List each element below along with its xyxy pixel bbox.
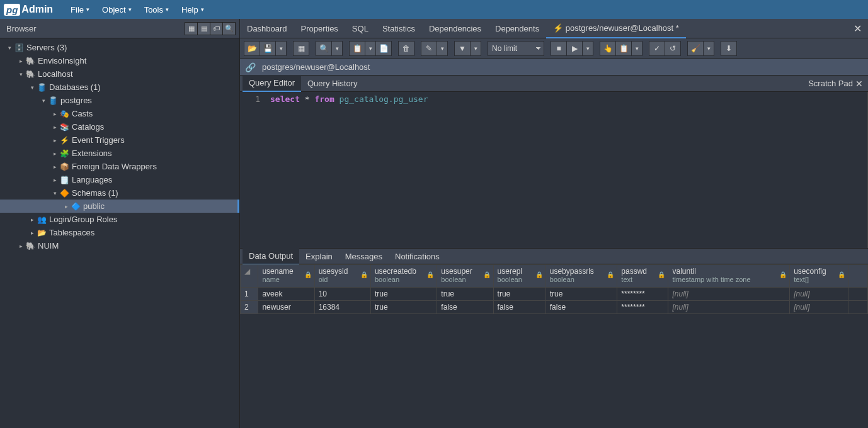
table-row[interactable]: 1aveek10truetruetruetrue********[null][n… xyxy=(241,288,868,301)
close-tab-icon[interactable]: ✕ xyxy=(847,23,868,35)
tree-toggle-icon[interactable]: ▸ xyxy=(50,177,59,183)
menu-object[interactable]: Object ▾ xyxy=(96,1,138,18)
tree-toggle-icon[interactable]: ▾ xyxy=(16,71,25,77)
rollback-icon[interactable]: ↺ xyxy=(665,41,681,56)
cell[interactable]: ******** xyxy=(617,288,668,301)
cell[interactable]: false xyxy=(437,301,493,314)
cell[interactable]: false xyxy=(493,301,545,314)
tree-node[interactable]: ▾🔶Schemas (1) xyxy=(0,186,239,200)
tree-toggle-icon[interactable]: ▸ xyxy=(28,230,37,236)
top-tab-active-query[interactable]: ⚡ postgres/newuser@Localhost * xyxy=(546,19,686,38)
find-dropdown-icon[interactable]: ▾ xyxy=(331,41,343,56)
tree-toggle-icon[interactable]: ▸ xyxy=(50,137,59,144)
tree-node[interactable]: ▸⚡Event Triggers xyxy=(0,133,239,147)
col-header-usesuper[interactable]: usesuperboolean🔒 xyxy=(437,265,493,288)
editor-code[interactable]: select * from pg_catalog.pg_user xyxy=(265,92,868,248)
execute-icon[interactable]: ▶ xyxy=(566,41,583,56)
col-header-usesysid[interactable]: usesysidoid🔒 xyxy=(314,265,370,288)
browser-tool-icon[interactable]: ▦ xyxy=(185,22,198,35)
tree-node[interactable]: ▸👥Login/Group Roles xyxy=(0,213,239,226)
tree-node[interactable]: ▾🐘Localhost xyxy=(0,67,239,81)
filter-dropdown-icon[interactable]: ▾ xyxy=(470,41,481,56)
tree-node[interactable]: ▸📚Catalogs xyxy=(0,120,239,133)
col-header-usename[interactable]: usenamename🔒 xyxy=(258,265,314,288)
commit-icon[interactable]: ✓ xyxy=(649,41,665,56)
col-header-userepl[interactable]: usereplboolean🔒 xyxy=(493,265,545,288)
edit-dropdown-icon[interactable]: ▾ xyxy=(437,41,448,56)
cell[interactable]: ******** xyxy=(617,301,668,314)
top-tab-statistics[interactable]: Statistics xyxy=(375,20,422,38)
stop-icon[interactable]: ■ xyxy=(551,41,567,56)
grid-icon[interactable]: ▦ xyxy=(293,41,309,56)
tab-explain[interactable]: Explain xyxy=(299,249,339,264)
scratch-pad-label[interactable]: Scratch Pad xyxy=(808,79,853,88)
tree-node[interactable]: ▸🗒️Languages xyxy=(0,173,239,186)
explain-dropdown-icon[interactable]: ▾ xyxy=(631,41,642,56)
tree-node[interactable]: ▾🛢️postgres xyxy=(0,94,239,107)
sql-editor[interactable]: 1 select * from pg_catalog.pg_user xyxy=(240,92,868,248)
tree-node[interactable]: ▸🐘EnvisoInsight xyxy=(0,54,239,67)
cell[interactable]: true xyxy=(437,288,493,301)
clear-icon[interactable]: 🧹 xyxy=(687,41,704,56)
tab-query-history[interactable]: Query History xyxy=(301,76,363,91)
cell[interactable]: true xyxy=(370,288,437,301)
result-table[interactable]: ◢usenamename🔒usesysidoid🔒usecreatedbbool… xyxy=(240,264,868,314)
table-row[interactable]: 2newuser16384truefalsefalsefalse********… xyxy=(241,301,868,314)
download-icon[interactable]: ⬇ xyxy=(721,41,737,56)
tree-node[interactable]: ▸📦Foreign Data Wrappers xyxy=(0,160,239,173)
top-tab-dependencies[interactable]: Dependencies xyxy=(422,20,488,38)
cell[interactable]: [null] xyxy=(790,301,848,314)
clear-dropdown-icon[interactable]: ▾ xyxy=(703,41,714,56)
tree-toggle-icon[interactable]: ▸ xyxy=(50,150,59,157)
tree-node[interactable]: ▾🛢️Databases (1) xyxy=(0,81,239,94)
save-file-icon[interactable]: 💾 xyxy=(260,41,276,56)
tree-toggle-icon[interactable]: ▸ xyxy=(16,58,25,64)
cell[interactable]: false xyxy=(545,301,617,314)
tree-toggle-icon[interactable]: ▸ xyxy=(28,217,37,223)
delete-icon[interactable]: 🗑 xyxy=(398,41,414,56)
tree-node[interactable]: ▸📂Tablespaces xyxy=(0,226,239,239)
top-tab-dashboard[interactable]: Dashboard xyxy=(240,20,294,38)
col-header-usebypassrls[interactable]: usebypassrlsboolean🔒 xyxy=(545,265,617,288)
explain-icon[interactable]: 👆 xyxy=(600,41,616,56)
scratch-close-icon[interactable]: ✕ xyxy=(853,79,865,89)
tree-node[interactable]: ▸🎭Casts xyxy=(0,107,239,120)
tree-toggle-icon[interactable]: ▾ xyxy=(39,98,48,104)
execute-dropdown-icon[interactable]: ▾ xyxy=(582,41,593,56)
tree-toggle-icon[interactable]: ▸ xyxy=(50,164,59,170)
cell[interactable]: [null] xyxy=(790,288,848,301)
rows-limit-select[interactable]: No limit xyxy=(488,41,544,56)
tree-node[interactable]: ▸🔷public xyxy=(0,200,239,213)
copy-icon[interactable]: 📋 xyxy=(349,41,365,56)
tab-messages[interactable]: Messages xyxy=(339,249,389,264)
cell[interactable]: [null] xyxy=(668,301,790,314)
cell[interactable]: newuser xyxy=(258,301,314,314)
cell[interactable]: true xyxy=(545,288,617,301)
tree-toggle-icon[interactable]: ▾ xyxy=(50,190,59,196)
tree-toggle-icon[interactable]: ▸ xyxy=(16,243,25,249)
col-header-useconfig[interactable]: useconfigtext[]🔒 xyxy=(790,265,848,288)
menu-help[interactable]: Help ▾ xyxy=(175,1,210,18)
cell[interactable]: true xyxy=(370,301,437,314)
cell[interactable]: 10 xyxy=(314,288,370,301)
tree-toggle-icon[interactable]: ▸ xyxy=(62,203,71,210)
col-header-valuntil[interactable]: valuntiltimestamp with time zone🔒 xyxy=(668,265,790,288)
tree-toggle-icon[interactable]: ▾ xyxy=(5,45,14,51)
save-dropdown-icon[interactable]: ▾ xyxy=(275,41,287,56)
tree-node[interactable]: ▸🧩Extensions xyxy=(0,147,239,160)
top-tab-sql[interactable]: SQL xyxy=(345,20,375,38)
tree-toggle-icon[interactable]: ▸ xyxy=(50,111,59,117)
edit-icon[interactable]: ✎ xyxy=(421,41,437,56)
tab-notifications[interactable]: Notifications xyxy=(389,249,446,264)
col-header-passwd[interactable]: passwdtext🔒 xyxy=(617,265,668,288)
cell[interactable]: 16384 xyxy=(314,301,370,314)
cell[interactable]: aveek xyxy=(258,288,314,301)
cell[interactable]: true xyxy=(493,288,545,301)
menu-file[interactable]: File ▾ xyxy=(64,1,96,18)
browser-grid-icon[interactable]: ▤ xyxy=(197,22,210,35)
browser-tree[interactable]: ▾🗄️Servers (3)▸🐘EnvisoInsight▾🐘Localhost… xyxy=(0,38,240,428)
browser-filter-icon[interactable]: 🏷 xyxy=(210,22,223,35)
filter-icon[interactable]: ▼ xyxy=(454,41,471,56)
menu-tools[interactable]: Tools ▾ xyxy=(138,1,175,18)
tab-data-output[interactable]: Data Output xyxy=(243,248,299,265)
